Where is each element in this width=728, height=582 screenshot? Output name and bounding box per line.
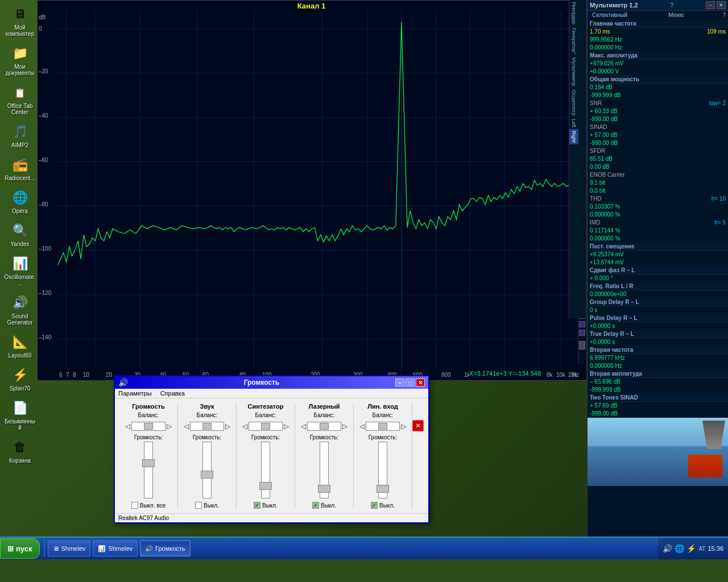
tray-icon-2[interactable]: ⚡ (686, 544, 696, 553)
vol-ch1-mute-checkbox[interactable] (195, 502, 202, 509)
vol-ch3-icon-r: ▷ (342, 422, 348, 430)
vol-ch3-balance-track[interactable] (307, 422, 341, 431)
taskbar-btn-2[interactable]: 🔊 Громкость (140, 541, 190, 556)
spectrum-scroll-thumb[interactable] (579, 341, 585, 350)
spectrum-canvas[interactable]: dB 0 –20 –40 –60 –80 –100 –120 –140 (38, 11, 586, 380)
vol-ch3-mute-checkbox[interactable]: ✓ (312, 502, 319, 509)
desktop-icon-opera[interactable]: 🌐 Opera (2, 186, 38, 217)
desktop-icon-sound[interactable]: 🔊 Sound Generator (2, 292, 38, 328)
vol-ch3-fader-thumb[interactable] (318, 485, 330, 493)
vol-ch0-mute-checkbox[interactable] (131, 502, 138, 509)
taskbar-btn-0[interactable]: 🖥 Shmelev (48, 541, 91, 556)
vol-ch3-fader-track[interactable] (320, 442, 329, 498)
rp-max-amp-section: Макс. амплитуда (588, 52, 728, 60)
vol-max-btn[interactable]: □ (406, 379, 415, 386)
rp-enob-row: ENOB Carrier (588, 171, 728, 179)
sound-icon-label: Sound Generator (4, 313, 36, 326)
vol-ch0-balance-thumb[interactable] (144, 423, 153, 430)
rp-multimeter-btn[interactable]: Мультиметр (569, 56, 578, 88)
rp-phase: + 0.000 ° (590, 275, 613, 281)
vol-ch4-balance-track[interactable] (366, 422, 400, 431)
vol-ch1-fader-track[interactable] (202, 442, 212, 498)
rp-question[interactable]: ? (671, 2, 674, 9)
vol-ch2-balance-row: Баланс: (255, 412, 276, 418)
menu-btn[interactable]: Меню (666, 11, 686, 19)
vol-ch1-balance-thumb[interactable] (202, 423, 212, 430)
vol-ch2-fader-thumb[interactable] (259, 482, 272, 490)
thumbnail-boat (688, 455, 722, 477)
vol-ch2-mute-checkbox[interactable]: ✓ (254, 502, 260, 509)
rp-oscilloscope-btn[interactable]: Осциллогр (569, 88, 578, 118)
radio-icon: 📻 (11, 156, 29, 174)
vol-ch4-fader-track[interactable] (378, 442, 387, 498)
desktop-icon-office[interactable]: 📋 Office Tab Center (2, 81, 38, 118)
vol-ch4-fader-thumb[interactable] (377, 485, 389, 493)
rp-group-delay: 0 s (590, 307, 597, 313)
vol-menu-help[interactable]: Справка (160, 390, 185, 397)
desktop-icon-trash[interactable]: 🗑 Корзина (2, 436, 38, 466)
desktop-icon-layout[interactable]: 📐 Layout60 (2, 331, 38, 361)
rp-right-btn[interactable]: Right (569, 129, 578, 144)
vol-red-close-btn[interactable]: ✕ (412, 420, 424, 431)
start-button[interactable]: ⊞ пуск (0, 538, 40, 559)
vol-ch3-balance-thumb[interactable] (320, 423, 329, 430)
rp-freq-ratio: 0.000000e+00 (590, 291, 626, 297)
vol-ch4-balance-thumb[interactable] (378, 423, 387, 430)
tray-icon-3[interactable]: AT (698, 546, 705, 552)
desktop-icon-unnamed[interactable]: 📄 Безымянный (2, 397, 38, 433)
unnamed-icon-label: Безымянный (4, 418, 36, 431)
tray-icon-0[interactable]: 🔊 (663, 544, 672, 553)
rp-app-title: Мультиметр 1,2 (590, 2, 638, 9)
vol-icon: 🔊 (118, 378, 128, 387)
tray-icon-1[interactable]: 🌐 (675, 544, 684, 553)
taskbar-divider-1 (44, 540, 45, 557)
desktop-icon-splan[interactable]: ⚡ Splan70 (2, 364, 38, 394)
taskbar-btn-2-label: Громкость (155, 545, 185, 552)
splan-icon-label: Splan70 (10, 385, 31, 392)
rp-second-amp-section: Вторая амплитуда (588, 370, 728, 378)
desktop-icon-aimp[interactable]: 🎵 AIMP2 (2, 120, 38, 151)
vol-ch0-fader-thumb[interactable] (142, 459, 155, 467)
desktop-icon-oscillomate[interactable]: 📊 Oscillomate... (2, 252, 38, 289)
vol-channel-3: Лазерный Баланс: ◁ ▷ Громкость: (295, 403, 354, 509)
vol-ch1-fader-thumb[interactable] (201, 471, 213, 479)
rp-min-btn[interactable]: – (706, 1, 715, 9)
vol-ch2-balance-thumb[interactable] (261, 423, 270, 430)
rp-pulse-delay-section: Pulse Delay R – L (588, 314, 728, 322)
vol-statusbar: Realtek AC97 Audio (115, 513, 428, 522)
vol-close-btn[interactable]: ✕ (416, 379, 425, 386)
rp-close-btn[interactable]: ✕ (717, 1, 726, 9)
vol-ch2-fader-track[interactable] (261, 442, 270, 498)
vol-ch4-mute-row: ✓ Выкл. (371, 502, 395, 509)
rp-thd2: 0.000000 % (590, 211, 620, 218)
vol-ch0-fader-track[interactable] (144, 442, 153, 498)
desktop-icon-yandex[interactable]: 🔍 Yandex (2, 219, 38, 250)
rp-thd-header-row: THD h= 10 (588, 195, 728, 203)
vol-ch4-mute-checkbox[interactable]: ✓ (371, 502, 378, 509)
rp-enob1: 9.1 bit (590, 180, 605, 186)
vol-ch1-title: Звук (200, 403, 214, 410)
vol-ch0-balance-track[interactable] (131, 422, 166, 431)
rp-sinad2-row: -999.00 dB (588, 139, 728, 147)
vol-ch1-balance-track[interactable] (190, 422, 224, 431)
taskbar-btn-1[interactable]: 📊 Shmelev (93, 541, 138, 556)
vol-ch2-icon-l: ◁ (242, 422, 247, 430)
rp-left-btn[interactable]: Left (569, 117, 578, 129)
vol-min-btn[interactable]: – (395, 379, 404, 386)
rp-second-amp2: -999.999 dB (590, 386, 621, 393)
vol-ch2-balance-track[interactable] (249, 422, 283, 431)
vol-menu-params[interactable]: Параметры (118, 390, 152, 397)
rp-generator-btn[interactable]: Генератор° (569, 26, 578, 56)
rp-second-freq2: 0.000000 Hz (590, 363, 622, 369)
taskbar-btn-1-label: Shmelev (108, 545, 133, 552)
vol-ch0-fader-label: Громкость: (134, 434, 163, 440)
taskbar-btn-0-icon: 🖥 (53, 545, 59, 552)
vol-ch1-fader-label: Громкость: (193, 434, 221, 440)
oscillomate-icon: 📊 (11, 255, 29, 273)
desktop-icon-documents[interactable]: 📁 Мои документы (2, 42, 38, 78)
rp-enob-label: ENOB Carrier (590, 172, 625, 178)
desktop-icon-computer[interactable]: 🖥 Мой компьютер (2, 3, 38, 39)
rp-recorder-btn[interactable]: Рекордер (569, 0, 578, 26)
selective-label[interactable]: Селективный (590, 11, 630, 19)
desktop-icon-radio[interactable]: 📻 Radiocent... (2, 153, 38, 184)
